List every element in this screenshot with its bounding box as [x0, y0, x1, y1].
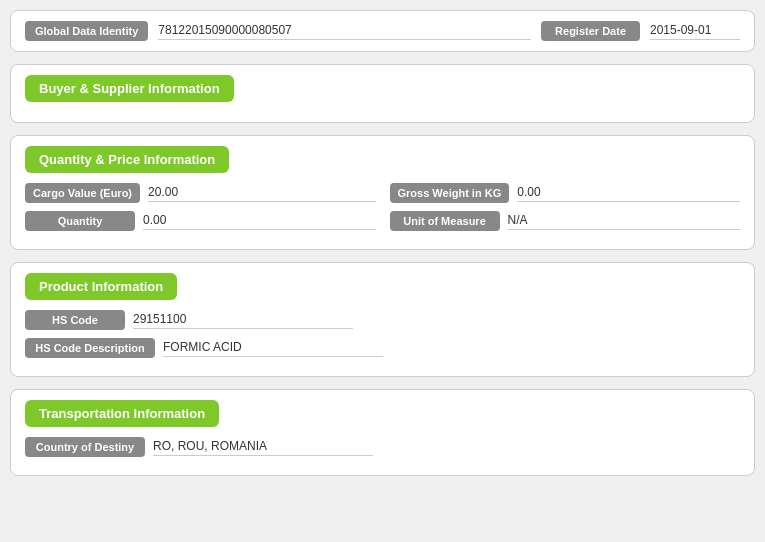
quantity-group: Quantity 0.00 [25, 211, 376, 231]
gross-weight-group: Gross Weight in KG 0.00 [390, 183, 741, 203]
product-title: Product Information [25, 273, 177, 300]
cargo-value-value: 20.00 [148, 185, 375, 202]
buyer-supplier-title: Buyer & Supplier Information [25, 75, 234, 102]
unit-of-measure-group: Unit of Measure N/A [390, 211, 741, 231]
hs-code-description-label: HS Code Description [25, 338, 155, 358]
quantity-price-row2: Quantity 0.00 Unit of Measure N/A [25, 211, 740, 231]
product-section: Product Information HS Code 29151100 HS … [10, 262, 755, 377]
unit-of-measure-label: Unit of Measure [390, 211, 500, 231]
buyer-supplier-section: Buyer & Supplier Information [10, 64, 755, 123]
quantity-price-title: Quantity & Price Information [25, 146, 229, 173]
hs-code-value: 29151100 [133, 312, 353, 329]
quantity-label: Quantity [25, 211, 135, 231]
country-of-destiny-label: Country of Destiny [25, 437, 145, 457]
hs-code-label: HS Code [25, 310, 125, 330]
global-data-identity-value: 78122015090000080507 [158, 23, 531, 40]
gross-weight-value: 0.00 [517, 185, 740, 202]
global-data-identity-label: Global Data Identity [25, 21, 148, 41]
country-of-destiny-group: Country of Destiny RO, ROU, ROMANIA [25, 437, 740, 457]
country-of-destiny-value: RO, ROU, ROMANIA [153, 439, 373, 456]
cargo-value-group: Cargo Value (Euro) 20.00 [25, 183, 376, 203]
unit-of-measure-value: N/A [508, 213, 741, 230]
transportation-section: Transportation Information Country of De… [10, 389, 755, 476]
quantity-value: 0.00 [143, 213, 376, 230]
hs-code-desc-group: HS Code Description FORMIC ACID [25, 338, 740, 358]
quantity-price-section: Quantity & Price Information Cargo Value… [10, 135, 755, 250]
cargo-value-label: Cargo Value (Euro) [25, 183, 140, 203]
quantity-price-row1: Cargo Value (Euro) 20.00 Gross Weight in… [25, 183, 740, 203]
hs-code-group: HS Code 29151100 [25, 310, 740, 330]
register-date-value: 2015-09-01 [650, 23, 740, 40]
transportation-title: Transportation Information [25, 400, 219, 427]
gross-weight-label: Gross Weight in KG [390, 183, 510, 203]
hs-code-description-value: FORMIC ACID [163, 340, 383, 357]
header-card: Global Data Identity 7812201509000008050… [10, 10, 755, 52]
register-date-label: Register Date [541, 21, 640, 41]
